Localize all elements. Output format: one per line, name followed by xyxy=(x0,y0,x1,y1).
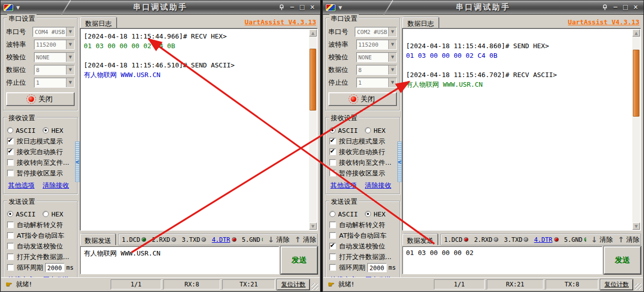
resize-grip[interactable] xyxy=(312,283,318,290)
send-data-input[interactable]: 有人物联网 WWW.USR.CN xyxy=(80,246,279,274)
auto-newline-checkbox[interactable] xyxy=(329,149,336,155)
send-data-input[interactable]: 01 03 00 00 00 02 xyxy=(402,246,602,274)
rxd-led-icon xyxy=(172,237,176,242)
baud-select[interactable]: 115200▼ xyxy=(34,40,75,50)
close-button[interactable]: × xyxy=(631,4,640,12)
at-auto-cr-checkbox[interactable] xyxy=(7,232,14,239)
send-ascii-radio[interactable] xyxy=(329,211,335,217)
signal-dcd: 1.DCD xyxy=(444,236,468,243)
clear-send-button[interactable]: ↑清除 xyxy=(618,235,639,244)
parity-select[interactable]: NONE▼ xyxy=(34,52,75,62)
reset-count-button[interactable]: 复位计数 xyxy=(277,279,310,290)
send-hex-radio[interactable] xyxy=(365,211,371,217)
clear-receive-button[interactable]: ↓清除 xyxy=(268,235,290,244)
stopbits-select[interactable]: 1▼ xyxy=(34,78,75,88)
pin-icon[interactable] xyxy=(278,4,286,12)
recv-to-file-checkbox[interactable] xyxy=(329,159,336,166)
data-log-tab[interactable]: 数据日志 xyxy=(402,17,439,28)
cycle-period-input[interactable]: 2000 xyxy=(367,263,387,272)
scroll-down-icon[interactable]: ▼ xyxy=(309,223,317,230)
send-ascii-radio[interactable] xyxy=(7,211,13,217)
recv-ascii-radio[interactable] xyxy=(329,127,335,133)
dropdown-arrow-icon[interactable]: ▼ xyxy=(388,53,396,62)
port-label: 串口号 xyxy=(328,27,355,36)
other-options-link[interactable]: 其他选项 xyxy=(330,181,357,190)
pin-icon[interactable] xyxy=(601,4,609,12)
at-auto-cr-checkbox[interactable] xyxy=(329,232,336,239)
collapse-settings-handle[interactable] xyxy=(397,141,402,182)
log-mode-checkbox[interactable] xyxy=(7,138,14,144)
signal-dtr-link[interactable]: 4.DTR xyxy=(212,236,236,243)
recv-to-file-checkbox[interactable] xyxy=(7,159,14,166)
pause-display-checkbox[interactable] xyxy=(329,170,336,176)
dropdown-arrow-icon[interactable]: ▼ xyxy=(66,40,74,49)
auto-checksum-checkbox[interactable] xyxy=(7,243,14,249)
data-send-tab[interactable]: 数据发送 xyxy=(402,234,438,245)
auto-escape-checkbox[interactable] xyxy=(7,222,14,228)
send-button[interactable]: 发送 xyxy=(604,246,641,274)
parity-select[interactable]: NONE▼ xyxy=(356,52,397,62)
version-link[interactable]: UartAssist V4.3.13 xyxy=(245,18,316,26)
baud-select[interactable]: 115200▼ xyxy=(356,40,397,50)
title-bar[interactable]: ▼ 串口调试助手 − □ × xyxy=(1,1,320,15)
cycle-send-checkbox[interactable] xyxy=(329,264,336,271)
recv-hex-radio[interactable] xyxy=(365,127,371,133)
collapse-settings-handle[interactable] xyxy=(75,141,80,182)
client-area: 串口设置 串口号 COM4 #USB▼ 波特率 115200▼ 校验位 NONE… xyxy=(1,15,320,277)
scroll-up-icon[interactable]: ▲ xyxy=(632,29,640,36)
log-scrollbar[interactable]: ▲ ▼ xyxy=(309,29,317,230)
databits-select[interactable]: 8▼ xyxy=(34,65,75,75)
data-log-tab[interactable]: 数据日志 xyxy=(80,17,117,28)
log-scrollbar[interactable]: ▲ ▼ xyxy=(632,29,640,230)
version-link[interactable]: UartAssist V4.3.13 xyxy=(568,18,639,26)
clear-receive-button[interactable]: ↓清除 xyxy=(591,235,613,244)
cycle-send-checkbox[interactable] xyxy=(7,264,14,271)
send-button[interactable]: 发送 xyxy=(281,246,318,274)
dropdown-arrow-icon[interactable]: ▼ xyxy=(66,65,74,75)
data-log-area[interactable]: [2024-04-18 11:15:44.860]# SEND HEX> 01 … xyxy=(402,28,641,231)
recv-ascii-radio[interactable] xyxy=(7,127,13,133)
file-datasource-checkbox[interactable] xyxy=(329,253,336,260)
dropdown-arrow-icon[interactable]: ▼ xyxy=(388,65,396,75)
auto-newline-checkbox[interactable] xyxy=(7,149,14,155)
port-select[interactable]: COM2 #USB▼ xyxy=(355,27,397,37)
title-bar[interactable]: ▼ 串口调试助手 − □ × xyxy=(323,1,643,15)
close-button[interactable]: × xyxy=(308,4,317,12)
scroll-up-icon[interactable]: ▲ xyxy=(309,29,317,36)
auto-escape-checkbox[interactable] xyxy=(329,222,336,228)
file-datasource-checkbox[interactable] xyxy=(7,253,14,260)
send-hex-radio[interactable] xyxy=(43,211,49,217)
scroll-down-icon[interactable]: ▼ xyxy=(632,223,640,230)
dropdown-arrow-icon[interactable]: ▼ xyxy=(388,78,396,87)
maximize-button[interactable]: □ xyxy=(621,4,630,12)
pause-display-checkbox[interactable] xyxy=(7,170,14,176)
clear-receive-link[interactable]: 清除接收 xyxy=(43,181,69,190)
clear-send-button[interactable]: ↑清除 xyxy=(294,235,316,244)
dropdown-arrow-icon[interactable]: ▼ xyxy=(388,27,396,36)
data-send-tab[interactable]: 数据发送 xyxy=(80,234,116,245)
recv-hex-radio[interactable] xyxy=(43,127,49,133)
dropdown-arrow-icon[interactable]: ▼ xyxy=(388,40,396,49)
signal-dtr-link[interactable]: 4.DTR xyxy=(534,236,558,243)
other-options-link[interactable]: 其他选项 xyxy=(8,181,35,190)
cycle-period-input[interactable]: 2000 xyxy=(45,263,64,272)
clear-receive-link[interactable]: 清除接收 xyxy=(365,181,391,190)
minimize-button[interactable]: − xyxy=(611,4,620,12)
port-close-button[interactable]: 关闭 xyxy=(6,92,75,106)
dropdown-arrow-icon[interactable]: ▼ xyxy=(66,53,74,62)
minimize-button[interactable]: − xyxy=(288,4,296,12)
databits-select[interactable]: 8▼ xyxy=(356,65,397,75)
data-log-area[interactable]: [2024-04-18 11:15:44.966]# RECV HEX> 01 … xyxy=(80,28,318,231)
reset-count-button[interactable]: 复位计数 xyxy=(600,279,633,290)
scrollbar-thumb[interactable] xyxy=(633,50,639,117)
port-select[interactable]: COM4 #USB▼ xyxy=(32,27,75,37)
dropdown-arrow-icon[interactable]: ▼ xyxy=(66,78,74,87)
log-mode-checkbox[interactable] xyxy=(329,138,336,144)
scrollbar-thumb[interactable] xyxy=(310,49,316,111)
maximize-button[interactable]: □ xyxy=(298,4,307,12)
dropdown-arrow-icon[interactable]: ▼ xyxy=(66,27,74,36)
auto-checksum-checkbox[interactable] xyxy=(329,243,336,249)
resize-grip[interactable] xyxy=(635,283,641,290)
stopbits-select[interactable]: 1▼ xyxy=(356,78,397,88)
port-close-button[interactable]: 关闭 xyxy=(328,92,397,106)
